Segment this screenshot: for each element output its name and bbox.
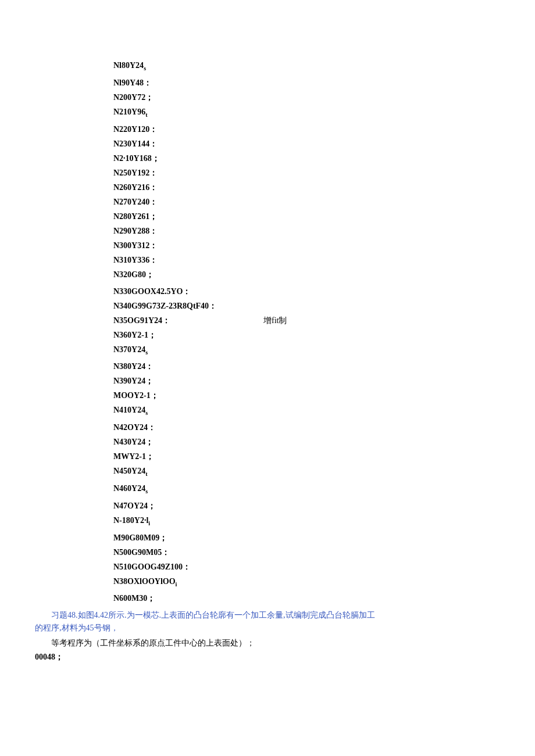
nc-code-block: Nl80Y24sNl90Y48：N200Y72；N210Y96tN220Y120…: [113, 58, 500, 605]
code-comment: 增fit制: [263, 313, 287, 328]
code-line: N390Y24；: [113, 374, 500, 388]
code-line: N290Y288：: [113, 224, 500, 238]
program-number: 00048；: [35, 651, 500, 664]
code-line: Nl90Y48：: [113, 76, 500, 90]
code-line: N35OG91Y24：增fit制: [113, 313, 500, 328]
code-line: N500G90M05：: [113, 545, 500, 560]
code-line: N220Y120：: [113, 122, 500, 137]
code-line: N600M30；: [113, 591, 500, 605]
code-line: N460Y24s: [113, 481, 500, 499]
code-line: N510GOOG49Z100：: [113, 560, 500, 574]
exercise-text-line2: 的程序,材料为45号钢，: [35, 622, 500, 635]
code-line: N360Y2-1；: [113, 328, 500, 342]
code-line: N380Y24：: [113, 359, 500, 374]
code-line: N200Y72；: [113, 90, 500, 105]
code-line: N370Y24s: [113, 342, 500, 360]
code-line: N42OY24：: [113, 420, 500, 435]
exercise-text-line1: 习题48.如图4.42所示.为一模芯.上表面的凸台轮廓有一个加工余量,试编制完成…: [51, 609, 500, 622]
code-line: N340G99G73Z-23R8QtF40：: [113, 299, 500, 313]
code-line: N450Y24t: [113, 464, 500, 481]
code-line: M90G80M09；: [113, 531, 500, 545]
code-line: N47OY24；: [113, 499, 500, 513]
code-line: N270Y240：: [113, 195, 500, 209]
document-page: Nl80Y24sNl90Y48：N200Y72；N210Y96tN220Y120…: [0, 0, 535, 698]
code-line: N330GOOX42.5YO：: [113, 284, 500, 299]
code-line: N320G80；: [113, 267, 500, 282]
code-line: N210Y96t: [113, 105, 500, 122]
code-line: N410Y24s: [113, 403, 500, 420]
code-line: N280Y261；: [113, 209, 500, 224]
code-line: N310Y336：: [113, 253, 500, 267]
code-line: MWY2-1；: [113, 449, 500, 464]
code-line: N38OXlOOYlOOi: [113, 574, 500, 592]
code-line: N430Y24；: [113, 435, 500, 449]
code-line: Nl80Y24s: [113, 58, 500, 76]
code-line: N300Y312：: [113, 238, 500, 253]
code-line: N2·10Y168；: [113, 151, 500, 166]
code-line: N-180Y2·li: [113, 513, 500, 531]
code-line: N250Y192：: [113, 166, 500, 180]
program-note: 等考程序为（工件坐标系的原点工件中心的上表面处）；: [51, 637, 500, 650]
code-line: N230Y144：: [113, 137, 500, 151]
code-line: N260Y216：: [113, 180, 500, 195]
code-line: MOOY2-1；: [113, 388, 500, 403]
